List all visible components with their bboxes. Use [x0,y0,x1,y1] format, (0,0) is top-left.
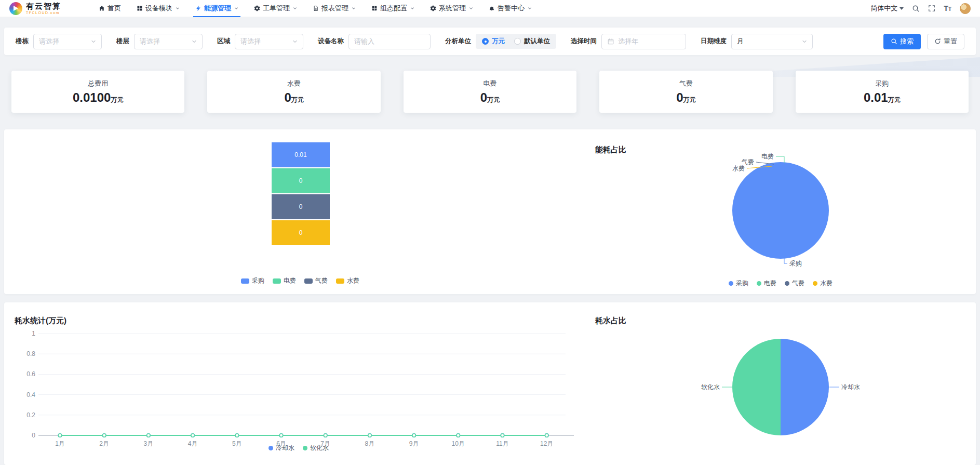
modules-icon [137,5,143,11]
chevron-down-icon [234,6,238,10]
nav-item-workorder[interactable]: 工单管理 [254,0,297,17]
legend-item-3[interactable]: 水费 [336,276,359,285]
legend-label: 采购 [736,279,748,288]
legend-item-1[interactable]: 电费 [273,276,296,285]
search-button[interactable]: 搜索 [883,34,921,49]
stat-card-3: 气费0万元 [599,71,772,113]
unit-field: 分析单位 万元默认单位 [445,34,556,49]
dimension-select[interactable]: 月 [731,34,813,49]
device-name-input-box [348,34,431,49]
scada-icon [371,5,378,11]
top-navbar: 有云智算 TFCLOUD.com 首页设备模块能源管理工单管理报表管理组态配置系… [0,0,980,17]
legend-marker [269,446,273,450]
legend-item-0[interactable]: 冷却水 [269,444,294,453]
legend-item-3[interactable]: 水费 [813,279,833,288]
stat-label: 气费 [679,79,693,88]
bar-value-label: 0 [299,203,303,210]
water-pie-chart: 软化水冷却水 [695,323,882,463]
chevron-down-icon [352,6,356,10]
stat-unit: 万元 [888,96,901,103]
stat-value: 0 [676,90,683,104]
device-name-input[interactable] [354,37,425,45]
nav-item-scada[interactable]: 组态配置 [371,0,414,17]
nav-item-home[interactable]: 首页 [99,0,121,17]
legend-label: 气费 [315,276,328,285]
bar-segment-1: 0 [272,168,330,193]
unit-radio-1[interactable]: 默认单位 [514,37,550,46]
building-select[interactable]: 请选择 [33,34,102,49]
nav-item-system[interactable]: 系统管理 [430,0,473,17]
floor-select[interactable]: 请选择 [134,34,203,49]
nav-item-label: 能源管理 [204,4,231,13]
water-line-legend: 冷却水软化水 [221,444,377,453]
legend-item-0[interactable]: 采购 [729,279,748,288]
nav-item-modules[interactable]: 设备模块 [137,0,180,17]
legend-marker [336,278,344,284]
nav-item-alarm[interactable]: 告警中心 [489,0,532,17]
stat-label: 电费 [483,79,496,88]
fontsize-icon[interactable]: TT [944,4,951,12]
stat-card-0: 总费用0.0100万元 [11,71,184,113]
bar-segment-2: 0 [272,194,330,219]
floor-field: 楼层 请选择 [116,34,203,49]
app-logo[interactable]: 有云智算 TFCLOUD.com [9,2,61,15]
area-label: 区域 [217,37,230,46]
system-icon [430,5,436,11]
chevron-down-icon [528,6,532,10]
stat-value: 0.0100 [73,90,111,104]
cost-stacked-bar-chart: 0.01000 [272,142,330,245]
stat-value: 0 [480,90,487,104]
nav-item-energy[interactable]: 能源管理 [195,0,238,17]
logo-title: 有云智算 [26,2,61,10]
stats-cards: 总费用0.0100万元水费0万元电费0万元气费0万元采购0.01万元 [11,71,969,113]
floor-label: 楼层 [116,37,129,46]
energy-pie-chart: 电费气费水费采购 [695,145,882,280]
stat-unit: 万元 [487,96,500,103]
nav-item-report[interactable]: 报表管理 [313,0,356,17]
legend-item-1[interactable]: 电费 [757,279,776,288]
search-icon[interactable] [912,5,920,12]
logo-subtitle: TFCLOUD.com [26,11,61,15]
nav-item-label: 报表管理 [321,4,348,13]
legend-item-2[interactable]: 气费 [785,279,804,288]
time-field: 选择时间 选择年 [571,34,686,49]
energy-pie-title: 能耗占比 [595,145,626,155]
svg-text:9月: 9月 [409,440,419,447]
unit-radio-0[interactable]: 万元 [482,37,505,46]
cost-bar-legend: 采购电费气费水费 [144,276,456,285]
energy-overview-card: 0.01000 采购电费气费水费 能耗占比 电费气费水费采购 采购电费气费水费 [4,129,976,294]
legend-marker [303,446,307,450]
radio-label: 万元 [492,37,505,46]
alarm-icon [489,5,495,11]
workorder-icon [254,5,260,11]
logo-icon [9,2,22,15]
svg-text:4月: 4月 [188,440,198,447]
navbar-right: 简体中文 TT [870,3,971,14]
chevron-down-icon [469,6,473,10]
legend-label: 水费 [820,279,833,288]
water-pie-title: 耗水占比 [595,316,626,326]
legend-label: 电费 [764,279,776,288]
svg-text:10月: 10月 [452,440,465,447]
svg-text:3月: 3月 [144,440,154,447]
fullscreen-icon[interactable] [928,5,935,12]
dimension-field: 日期维度 月 [701,34,813,49]
filter-bar: 楼栋 请选择 楼层 请选择 区域 请选择 设备名称 分析单位 万元默认单位 选择… [4,28,976,55]
svg-text:0.6: 0.6 [26,370,35,378]
legend-item-2[interactable]: 气费 [304,276,328,285]
chevron-down-icon [91,39,96,44]
nav-item-label: 首页 [108,4,121,13]
bar-value-label: 0.01 [294,151,306,158]
language-label: 简体中文 [870,4,897,13]
report-icon [313,5,319,11]
year-picker[interactable]: 选择年 [601,34,686,49]
reset-button[interactable]: 重置 [927,34,964,49]
user-avatar[interactable] [960,3,971,14]
language-selector[interactable]: 简体中文 [870,4,904,13]
nav-item-label: 系统管理 [439,4,466,13]
legend-item-0[interactable]: 采购 [241,276,264,285]
legend-item-1[interactable]: 软化水 [303,444,329,453]
svg-text:11月: 11月 [496,440,508,447]
area-select[interactable]: 请选择 [235,34,303,49]
building-label: 楼栋 [16,37,29,46]
